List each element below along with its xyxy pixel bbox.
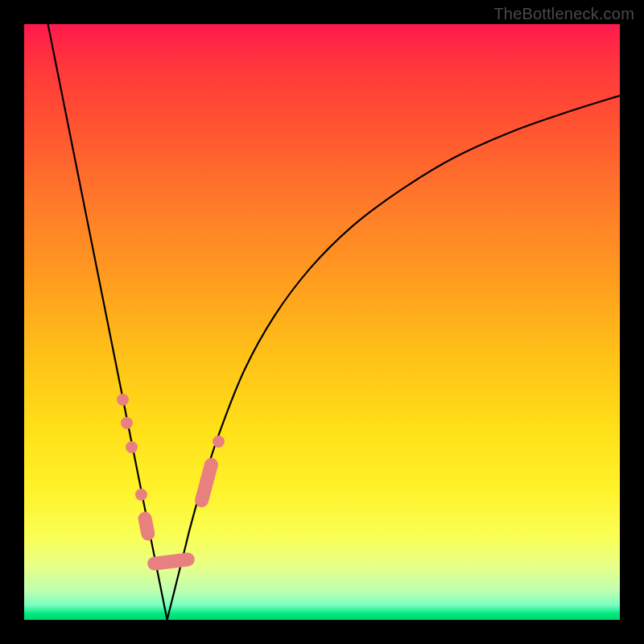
watermark-text: TheBottleneck.com bbox=[493, 5, 634, 23]
curve-marker bbox=[117, 394, 129, 406]
curve-marker bbox=[121, 417, 133, 429]
curve-marker bbox=[126, 441, 138, 453]
right-curve bbox=[167, 96, 620, 620]
curve-layer bbox=[24, 24, 620, 620]
chart-frame: TheBottleneck.com bbox=[0, 0, 644, 644]
plot-area bbox=[24, 24, 620, 620]
curve-marker bbox=[135, 489, 147, 501]
curve-marker bbox=[213, 436, 225, 448]
